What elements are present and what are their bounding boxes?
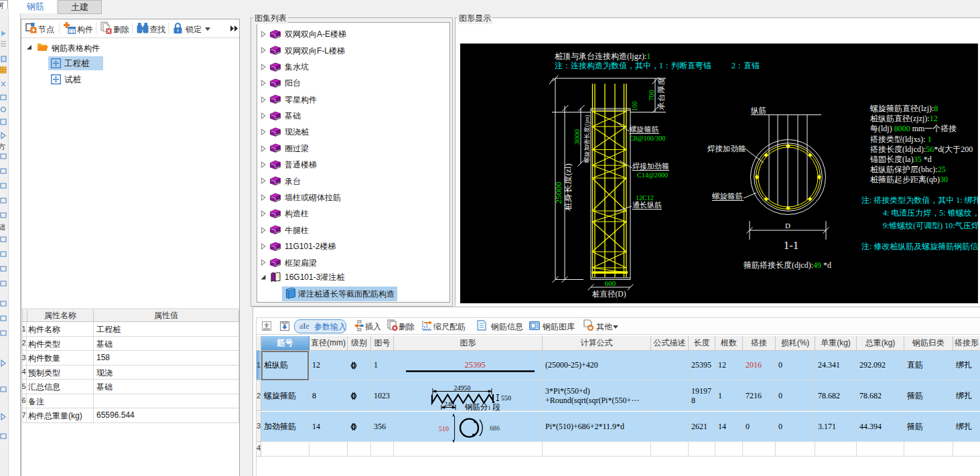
svg-text:桩纵筋保护层(bhc):25: 桩纵筋保护层(bhc):25 [870,165,946,174]
svg-text:搭接长度(ldjcd):56*d(大于200: 搭接长度(ldjcd):56*d(大于200 [870,145,973,154]
svg-text:桩直径(D): 桩直径(D) [592,290,626,299]
svg-text:锚固长度(la)35 *d: 锚固长度(la)35 *d [869,155,932,164]
svg-text:C8@100/300: C8@100/300 [630,135,666,142]
svg-text:注：连接构造为数值，其中，1：判断直弯锚: 注：连接构造为数值，其中，1：判断直弯锚 [555,61,711,70]
svg-text:桩顶与承台连接构造(ljgz):1: 桩顶与承台连接构造(ljgz):1 [555,52,650,61]
svg-text:焊接加劲箍: 焊接加劲箍 [707,145,746,153]
svg-text:25000: 25000 [555,181,563,204]
svg-text:25395: 25395 [464,360,485,370]
svg-text:螺旋箍筋直径(lzj):8: 螺旋箍筋直径(lzj):8 [870,104,938,113]
svg-text:240: 240 [444,400,454,408]
svg-text:1-1: 1-1 [784,239,799,252]
svg-text:承台厚度: 承台厚度 [657,78,665,110]
svg-text:桩箍筋起步距离(qb)30: 桩箍筋起步距离(qb)30 [870,175,948,184]
svg-text:桩纵筋直径(zjzj):12: 桩纵筋直径(zjzj):12 [870,114,938,123]
svg-text:焊接加劲箍: 焊接加劲箍 [632,162,669,170]
svg-text:100: 100 [630,101,638,111]
svg-text:510: 510 [439,425,449,432]
svg-text:箍筋搭接长度(djcd):49 *d: 箍筋搭接长度(djcd):49 *d [744,260,831,270]
svg-text:注: 搭接类型为数值，其中 1: 绑扎: 注: 搭接类型为数值，其中 1: 绑扎 [861,195,978,205]
svg-text:桩身长度(zl): 桩身长度(zl) [564,163,573,211]
svg-text:D: D [785,222,790,230]
svg-text:通长纵筋: 通长纵筋 [632,201,662,209]
svg-text:4: 电渣压力焊，5: 锥螺纹，: 4: 电渣压力焊，5: 锥螺纹， [883,208,978,218]
svg-text:686: 686 [490,424,500,432]
svg-text:600: 600 [605,279,616,287]
svg-text:9:锥螺纹(可调型) 10:气压焊: 9:锥螺纹(可调型) 10:气压焊 [883,221,978,230]
svg-text:螺旋箍筋: 螺旋箍筋 [630,125,659,133]
svg-text:螺旋加密长度(ljm): 螺旋加密长度(ljm) [583,114,590,163]
svg-text:螺旋箍筋: 螺旋箍筋 [712,192,743,200]
svg-text:钢筋分1 段: 钢筋分1 段 [464,403,500,411]
svg-text:纵筋: 纵筋 [751,106,766,114]
svg-text:24950: 24950 [454,384,471,392]
svg-text:搭接类型(ldjxs): 1: 搭接类型(ldjxs): 1 [870,135,932,144]
svg-text:2：直锚: 2：直锚 [731,61,760,70]
svg-text:550: 550 [501,394,511,402]
svg-text:3000: 3000 [573,129,581,145]
svg-text:C14@2000: C14@2000 [637,171,668,179]
svg-text:每(ldj) 8000 mm一个搭接: 每(ldj) 8000 mm一个搭接 [870,124,957,133]
svg-text:注: 修改桩纵筋及螺旋箍筋钢筋信息: 注: 修改桩纵筋及螺旋箍筋钢筋信息 [861,242,978,251]
svg-text:700: 700 [647,90,655,100]
